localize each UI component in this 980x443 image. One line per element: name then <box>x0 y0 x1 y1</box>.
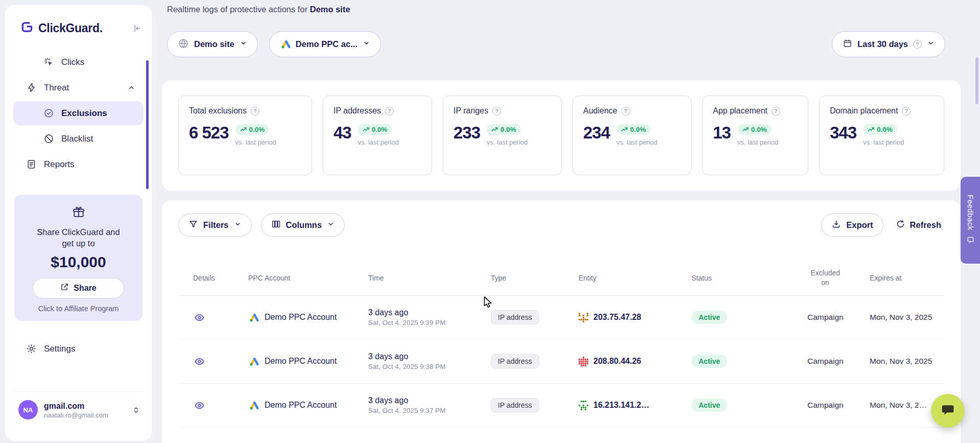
row-time-relative: 3 days ago <box>368 308 491 317</box>
row-excluded-on: Campaign <box>807 313 870 322</box>
google-ads-icon <box>280 39 291 50</box>
trend-caption: vs. last period <box>616 138 657 146</box>
trend-up-icon <box>240 127 247 132</box>
filters-label: Filters <box>203 220 229 230</box>
google-ads-icon <box>248 356 259 367</box>
sidebar-item-clicks[interactable]: Clicks <box>13 50 144 74</box>
trend-value: 0.0% <box>500 126 516 133</box>
site-selector-value: Demo site <box>194 39 234 49</box>
help-icon[interactable]: ? <box>902 107 911 115</box>
help-icon[interactable]: ? <box>492 107 501 115</box>
refresh-icon <box>896 219 905 231</box>
collapse-sidebar-button[interactable] <box>132 24 141 33</box>
promo-amount: $10,000 <box>21 253 135 271</box>
sidebar-item-threat[interactable]: Threat <box>13 76 144 100</box>
trend-up-icon <box>742 127 749 132</box>
row-status-badge: Active <box>691 311 727 324</box>
google-ads-icon <box>248 400 259 411</box>
sidebar-item-exclusions[interactable]: Exclusions <box>13 101 144 125</box>
page-subtitle: Realtime logs of protective actions for … <box>167 5 350 14</box>
funnel-icon <box>188 219 198 231</box>
trend-up-icon <box>363 127 369 132</box>
stat-card: IP addresses ? 43 0.0% vs. last period <box>323 96 432 175</box>
ppc-account-selector-dropdown[interactable]: Demo PPC ac... <box>269 31 381 57</box>
view-details-eye-button[interactable] <box>194 399 206 411</box>
clickguard-logo-icon <box>20 20 34 36</box>
row-status-badge: Active <box>691 355 727 368</box>
table-header-row: Details PPC Account Time Type Entity Sta… <box>178 268 944 296</box>
feedback-label: Feedback <box>966 195 975 230</box>
globe-icon <box>178 38 189 51</box>
row-entity: 208.80.44.26 <box>593 357 641 366</box>
table-row: Demo PPC Account 3 days ago Sat, Oct 4, … <box>178 384 944 428</box>
trend-caption: vs. last period <box>863 138 904 146</box>
subtitle-site-name: Demo site <box>310 5 350 14</box>
entity-identicon <box>579 401 588 410</box>
help-icon[interactable]: ? <box>913 40 922 49</box>
view-details-eye-button[interactable] <box>194 311 206 323</box>
refresh-button[interactable]: Refresh <box>893 219 944 231</box>
user-email: naatali.ro@gmail.com <box>44 411 108 419</box>
row-entity: 16.213.141.2… <box>593 401 649 410</box>
row-expires-at: Mon, Nov 3, 2025 <box>870 313 944 322</box>
sidebar-item-label: Blacklist <box>61 134 93 144</box>
trend-value: 0.0% <box>372 126 388 133</box>
settings-label: Settings <box>44 344 75 354</box>
columns-icon <box>271 219 281 231</box>
affiliate-program-link[interactable]: Click to Affiliate Program <box>21 305 135 313</box>
trend-badge: 0.0% <box>235 124 270 135</box>
stat-card: App placement ? 13 0.0% vs. last period <box>702 96 808 175</box>
table-row: Demo PPC Account 3 days ago Sat, Oct 4, … <box>178 340 944 384</box>
chat-bubble-icon <box>941 403 955 419</box>
trend-badge: 0.0% <box>737 124 772 135</box>
view-details-eye-button[interactable] <box>194 355 206 367</box>
row-excluded-on: Campaign <box>807 401 870 410</box>
trend-badge: 0.0% <box>358 124 392 135</box>
help-icon[interactable]: ? <box>622 107 630 115</box>
filters-dropdown-button[interactable]: Filters <box>178 214 252 237</box>
date-range-dropdown[interactable]: Last 30 days ? <box>832 31 945 57</box>
export-label: Export <box>846 220 873 230</box>
sidebar-item-blacklist[interactable]: Blacklist <box>13 127 144 151</box>
gift-icon <box>71 212 86 221</box>
help-icon[interactable]: ? <box>251 107 259 115</box>
help-icon[interactable]: ? <box>385 107 394 115</box>
sidebar-scrollbar[interactable] <box>146 60 149 189</box>
gear-icon <box>26 343 37 355</box>
promo-headline: Share ClickGuard and get up to <box>32 226 125 249</box>
stat-card: Domain placement ? 343 0.0% vs. last per… <box>819 96 944 175</box>
share-button[interactable]: Share <box>33 278 124 298</box>
stat-label: Domain placement <box>830 106 898 115</box>
columns-dropdown-button[interactable]: Columns <box>261 214 345 237</box>
row-excluded-on: Campaign <box>807 357 870 366</box>
export-button[interactable]: Export <box>821 214 883 237</box>
page-scrollbar[interactable] <box>975 57 978 104</box>
entity-identicon <box>579 313 588 322</box>
row-account: Demo PPC Account <box>265 313 337 322</box>
click-cursor-icon <box>43 57 54 68</box>
trend-caption: vs. last period <box>235 138 276 146</box>
feedback-tab[interactable]: Feedback <box>961 177 980 264</box>
stat-label: App placement <box>713 106 768 115</box>
column-header: Status <box>691 274 807 282</box>
stat-label: Total exclusions <box>189 106 247 115</box>
column-header: Entity <box>579 274 691 282</box>
row-time-absolute: Sat, Oct 4, 2025 9:37 PM <box>368 407 491 414</box>
chat-widget-button[interactable] <box>931 394 965 428</box>
avatar: NA <box>18 400 38 419</box>
lightning-icon <box>26 82 37 94</box>
stat-label: Audience <box>583 106 617 115</box>
site-selector-dropdown[interactable]: Demo site <box>167 31 258 57</box>
sidebar-item-settings[interactable]: Settings <box>26 343 152 355</box>
trend-caption: vs. last period <box>737 138 778 146</box>
chevron-up-icon <box>128 84 135 91</box>
sidebar-item-label: Exclusions <box>61 108 107 119</box>
calendar-icon <box>843 38 852 50</box>
trend-up-icon <box>621 127 628 132</box>
user-menu[interactable]: NA gmail.com naatali.ro@gmail.com <box>13 391 144 419</box>
help-icon[interactable]: ? <box>772 107 780 115</box>
column-header: Details <box>178 274 248 282</box>
sidebar-item-reports[interactable]: Reports <box>13 152 144 176</box>
column-header: Excluded on <box>807 268 870 288</box>
table-row: Demo PPC Account 3 days ago Sat, Oct 4, … <box>178 296 944 340</box>
